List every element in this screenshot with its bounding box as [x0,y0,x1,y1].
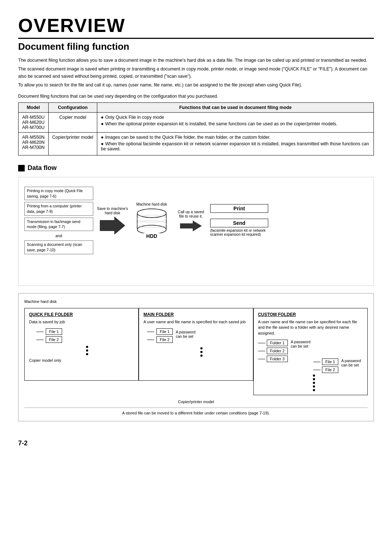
config-note: Document filing functions that can be us… [18,94,374,99]
quick-file-list: File 1 File 2 [36,328,134,343]
folder3-file-1: File 1 [313,358,338,365]
main-file-item-1: File 1 [147,328,173,335]
svg-marker-6 [180,220,202,231]
model-table: Model Configuration Functions that can b… [18,102,374,155]
main-file-list: File 1 File 2 [147,328,173,343]
flow-item-copy: Printing in copy mode (Quick File saving… [24,187,93,200]
folder3-file-2: File 2 [313,366,338,373]
config-copier: Copier model [48,113,97,133]
folder3-section: Folder 3 [258,356,288,362]
svg-point-2 [137,209,166,218]
functions-printer: Images can be saved to the Quick File fo… [97,133,374,155]
quick-file-folder: QUICK FILE FOLDER Data is saved by job F… [24,308,139,381]
model-list-printer: AR-M550NAR-M620NAR-M700N [19,133,49,155]
custom-folder-inner: Folder 1 Folder 2 Folder 3 [258,340,363,373]
print-output: Print [210,204,268,213]
copier-model-only-label: Copier model only [29,358,134,362]
page-subtitle: Document filing function [18,41,374,52]
copier-printer-label: Copier/printer model [24,400,368,404]
sub-folder-row-3: Folder 3 [258,356,288,362]
main-folder-dots [154,347,248,357]
model-list-copier: AR-M550UAR-M620UAR-M700U [19,113,49,133]
data-flow-diagram: Printing in copy mode (Quick File saving… [18,177,374,286]
machine-hd-label: Machine hard disk [24,299,368,304]
custom-folder: CUSTOM FOLDER A user name and file name … [253,308,368,395]
hdd-shape-svg [135,208,168,233]
send-output: Send (facsimile expansion kit or network… [210,219,268,236]
data-flow-header: Data flow [18,164,374,172]
call-up-label: Call up a savedfile to reuse it. [178,210,204,218]
quick-file-desc: Data is saved by job [29,319,134,325]
folder3-files: File 1 File 2 [313,358,338,373]
custom-folder-dots [265,374,363,391]
flow-item-fax: Transmission in fax/image send mode (fil… [24,218,93,231]
data-flow-title: Data flow [28,164,57,172]
quick-file-title: QUICK FILE FOLDER [29,312,134,317]
col-header-config: Configuration [48,103,97,113]
hdd-section: Machine hard disk HDD [132,202,172,239]
intro-p1: The document filing function allows you … [18,57,374,64]
flow-arrow-svg [100,216,125,235]
hdd-top-label: Machine hard disk [136,202,167,206]
functions-copier: Only Quick File in copy mode When the op… [97,113,374,133]
sub-folder-row-2: Folder 2 [258,348,288,354]
hdd-label: HDD [146,233,157,239]
call-up-section: Call up a savedfile to reuse it. [175,210,207,231]
config-printer: Copier/printer model [48,133,97,155]
folder-diagram: Machine hard disk QUICK FILE FOLDER Data… [18,293,374,421]
page-number: 7-2 [18,439,374,447]
quick-file-item-2: File 2 [36,336,134,343]
table-row: AR-M550UAR-M620UAR-M700U Copier model On… [19,113,374,133]
col-header-functions: Functions that can be used in document f… [97,103,374,113]
svg-point-3 [137,225,166,233]
intro-p2: The scanned document image is saved when… [18,65,374,80]
folders-row: QUICK FILE FOLDER Data is saved by job F… [24,308,368,395]
folder-password-note: A passwordcan be set [291,340,310,348]
main-file-item-2: File 2 [147,336,173,343]
footer-note: A stored file can be moved to a differen… [24,408,368,415]
main-folder: MAIN FOLDER A user name and file name is… [139,308,253,381]
svg-marker-0 [100,216,125,235]
flow-and-text: and [24,233,93,239]
main-folder-desc: A user name and file name is specified f… [143,319,248,325]
sub-folder-row-1: Folder 1 [258,340,288,346]
quick-file-dots [40,346,134,355]
file-password-note: A passwordcan be set [341,358,361,367]
table-row: AR-M550NAR-M620NAR-M700N Copier/printer … [19,133,374,155]
flow-left-items: Printing in copy mode (Quick File saving… [24,187,93,254]
send-label: Send [210,219,268,227]
middle-arrow-svg [180,220,202,231]
custom-folder-title: CUSTOM FOLDER [258,312,363,317]
main-folder-title: MAIN FOLDER [143,312,248,317]
quick-file-item-1: File 1 [36,328,134,335]
flow-item-scan: Scanning a document only (scan save, pag… [24,240,93,254]
flow-item-printer: Printing from a computer (printer data, … [24,202,93,215]
sub-folder-col: Folder 1 Folder 2 Folder 3 [258,340,288,362]
send-sub: (facsimile expansion kit or network scan… [210,228,268,236]
main-folder-files-section: File 1 File 2 A passwordcan be set [143,328,248,346]
print-label: Print [210,204,268,213]
page-title: OVERVIEW [18,15,374,39]
save-label: Save to machine'shard disk [97,206,128,215]
intro-p3: To allow you to search for the file and … [18,81,374,89]
main-password-note: A passwordcan be set [176,330,195,339]
section-icon [18,165,25,171]
custom-folder-desc: A user name and file name can be specifi… [258,319,363,336]
col-header-model: Model [19,103,49,113]
right-outputs: Print Send (facsimile expansion kit or n… [210,204,268,236]
